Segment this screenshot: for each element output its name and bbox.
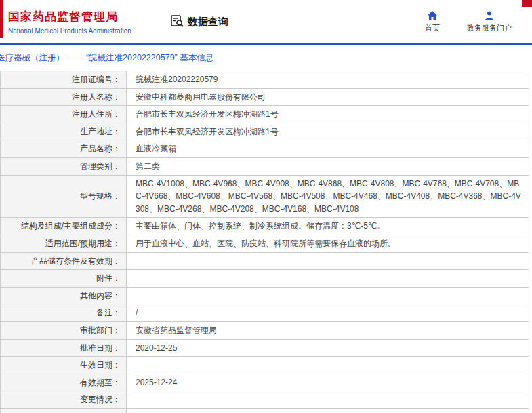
row-label: 注册人住所： (1, 106, 127, 123)
home-icon (427, 10, 438, 21)
agency-logo: 国家药品监督管理局 National Medical Products Admi… (8, 9, 131, 35)
magnifier-list-icon (171, 14, 184, 29)
left-red-accent-bar (0, 0, 3, 38)
table-row: 注册人住所：合肥市长丰双凤经济开发区梅冲湖路1号 (1, 106, 529, 123)
row-value: 安徽省药品监督管理局 (127, 321, 529, 339)
table-row: 型号规格：MBC-4V1008、MBC-4V968、MBC-4V908、MBC-… (1, 175, 529, 218)
table-row: 生产地址：合肥市长丰双凤经济开发区梅冲湖路1号 (1, 123, 529, 140)
row-value: 合肥市长丰双凤经济开发区梅冲湖路1号 (127, 123, 529, 140)
data-query-tab[interactable]: 数据查询 (171, 14, 228, 29)
table-row: 适用范围/预期用途：用于血液中心、血站、医院、防疫站、科研院所等需要保存血液的场… (1, 235, 529, 252)
table-row: 其他内容： (1, 287, 529, 304)
row-value: 合肥市长丰双凤经济开发区梅冲湖路1号 (127, 106, 529, 123)
table-row: 注册人名称：安徽中科都菱商用电器股份有限公司 (1, 88, 529, 106)
row-label: 型号规格： (1, 175, 127, 218)
row-label: 有效期至： (1, 374, 127, 391)
table-row: 结构及组成/主要组成成分：主要由箱体、门体、控制系统、制冷系统组成。储存温度：3… (1, 218, 529, 235)
row-label: 适用范围/预期用途： (1, 235, 127, 252)
row-value: MBC-4V1008、MBC-4V968、MBC-4V908、MBC-4V868… (127, 175, 529, 218)
row-value: 用于血液中心、血站、医院、防疫站、科研院所等需要保存血液的场所。 (127, 235, 529, 252)
agency-title-en: National Medical Products Administration (8, 27, 131, 35)
table-row: 管理类别：第二类 (1, 157, 529, 175)
nav-portal-label: 政务服务门户 (467, 23, 512, 33)
table-row: 附件： (1, 270, 529, 288)
row-label: 结构及组成/主要组成成分： (1, 218, 127, 235)
row-label: 附件： (1, 270, 127, 288)
row-label: 管理类别： (1, 157, 127, 175)
row-value (127, 357, 529, 374)
header-nav: 首页 政务服务门户 (425, 10, 512, 33)
breadcrumb: 医疗器械（注册） —— “皖械注准20202220579” 基本信息 (0, 45, 532, 71)
row-value: 皖械注准20202220579 (127, 71, 529, 89)
row-label: 批准日期： (1, 339, 127, 357)
corner-red-accent (522, 0, 532, 7)
table-row: 批准日期：2020-12-25 (1, 339, 529, 357)
user-icon (484, 10, 495, 21)
row-label: 生效日期： (1, 357, 127, 374)
row-label: 产品储存条件及有效期： (1, 252, 127, 270)
info-table-body: 注册证编号：皖械注准20202220579注册人名称：安徽中科都菱商用电器股份有… (1, 71, 529, 413)
row-label: 产品名称： (1, 140, 127, 158)
table-row: 有效期至：2025-12-24 (1, 374, 529, 391)
row-label: 生产地址： (1, 123, 127, 140)
row-value: 详情 (127, 408, 529, 413)
row-value: 主要由箱体、门体、控制系统、制冷系统组成。储存温度：3℃-5℃。 (127, 218, 529, 235)
row-value (127, 391, 529, 409)
row-label: 注册证编号： (1, 71, 127, 89)
table-row: 产品储存条件及有效期： (1, 252, 529, 270)
row-value: 2025-12-24 (127, 374, 529, 391)
data-query-label: 数据查询 (188, 16, 228, 28)
row-value (127, 270, 529, 288)
table-row: ●注：详情 (1, 408, 529, 413)
nav-home-label: 首页 (425, 23, 440, 33)
row-value: 安徽中科都菱商用电器股份有限公司 (127, 88, 529, 106)
row-value: 第二类 (127, 157, 529, 175)
table-row: 生效日期： (1, 357, 529, 374)
nav-home[interactable]: 首页 (425, 10, 440, 33)
row-label: 注册人名称： (1, 88, 127, 106)
row-value (127, 252, 529, 270)
nav-portal[interactable]: 政务服务门户 (467, 10, 512, 33)
table-row: 变更情况： (1, 391, 529, 409)
row-label: ●注： (1, 408, 127, 413)
table-row: 审批部门：安徽省药品监督管理局 (1, 321, 529, 339)
agency-title-cn: 国家药品监督管理局 (8, 9, 131, 24)
row-label: 其他内容： (1, 287, 127, 304)
table-row: 注册证编号：皖械注准20202220579 (1, 71, 529, 89)
row-value: 血液冷藏箱 (127, 140, 529, 158)
table-row: 产品名称：血液冷藏箱 (1, 140, 529, 158)
registration-info-table: 注册证编号：皖械注准20202220579注册人名称：安徽中科都菱商用电器股份有… (0, 71, 529, 413)
table-row: 备注：/ (1, 304, 529, 322)
row-label: 变更情况： (1, 391, 127, 409)
row-label: 审批部门： (1, 321, 127, 339)
page-header: 国家药品监督管理局 National Medical Products Admi… (0, 0, 532, 43)
row-value: 2020-12-25 (127, 339, 529, 357)
row-label: 备注： (1, 304, 127, 322)
row-value: / (127, 304, 529, 322)
row-value (127, 287, 529, 304)
